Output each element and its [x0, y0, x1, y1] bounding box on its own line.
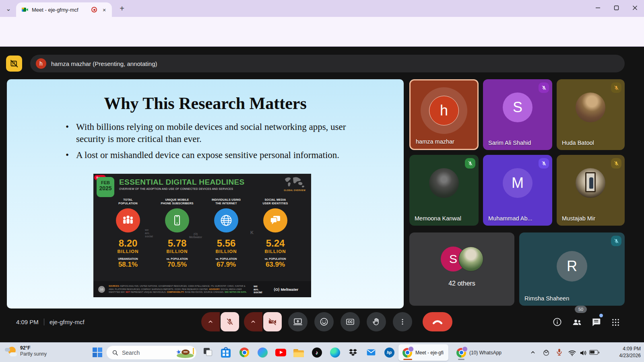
youtube-icon[interactable] [274, 346, 287, 359]
stat-label: INDIVIDUALS USING [202, 198, 250, 202]
captions-button[interactable] [341, 312, 360, 331]
participant-count-badge: 50 [575, 306, 587, 313]
tile-sarim-ali-shahid[interactable]: S Sarim Ali Shahid [483, 79, 552, 150]
microsoft-store-icon[interactable] [219, 346, 232, 359]
tray-chevron-icon[interactable] [530, 349, 536, 356]
present-icon [293, 317, 303, 327]
avatar: R [557, 251, 587, 282]
watermark-wearesocial: we are. social [145, 228, 153, 238]
presenter-avatar: h [36, 58, 46, 69]
stat-label: UNIQUE MOBILE [153, 198, 201, 202]
chat-icon [591, 317, 601, 327]
avatar: h [429, 96, 459, 125]
tray-time: 4:09 PM [602, 346, 641, 352]
mic-off-icon [539, 158, 549, 169]
tile-42-others[interactable]: S 42 others [409, 232, 514, 306]
camera-options-chevron[interactable] [244, 312, 262, 331]
stat-unit: BILLION [202, 249, 250, 254]
participants-button[interactable] [572, 317, 582, 328]
browser-tab[interactable]: Meet - eje-gfmy-mcf [16, 2, 112, 17]
mic-off-icon [465, 158, 475, 169]
bookmarks-bar: All Bookmarks [0, 35, 644, 47]
mic-off-icon [539, 82, 549, 93]
wifi-icon[interactable] [568, 348, 577, 358]
raise-hand-button[interactable] [367, 312, 386, 331]
stat-value: 5.24 [251, 238, 299, 249]
edge-icon[interactable] [328, 346, 341, 359]
infographic-month: FEB [97, 180, 114, 185]
present-screen-button[interactable] [288, 312, 308, 331]
mic-toggle-button[interactable] [221, 312, 239, 331]
stat-metric: vs. POPULATION [202, 257, 250, 261]
dropbox-icon[interactable] [347, 346, 359, 359]
page-number: 10 [98, 286, 105, 293]
tile-muhammad-ab[interactable]: M Muhammad Ab... [483, 155, 552, 226]
taskbar-search[interactable]: Search ★ [106, 346, 196, 360]
avatar-photo [429, 168, 459, 198]
stat-metric: vs. POPULATION [251, 257, 299, 261]
infographic-footnote: SOURCES: KEPIOS ANALYSIS; UNITED NATIONS… [109, 285, 249, 294]
mic-options-chevron[interactable] [201, 312, 220, 331]
hp-icon[interactable]: hp [383, 346, 396, 359]
window-label: Meet - eje-gfi [415, 350, 444, 356]
window-maximize-button[interactable] [607, 0, 625, 15]
tile-memoona-kanwal[interactable]: Memoona Kanwal [409, 155, 479, 226]
apps-grid-icon [611, 318, 620, 327]
more-options-button[interactable] [393, 312, 412, 331]
start-button[interactable] [93, 348, 102, 357]
tab-close-icon[interactable] [101, 6, 108, 13]
tiktok-icon[interactable]: ♪ [310, 346, 323, 359]
infographic: Save FEB 2025 ESSENTIAL DIGITAL HEADLINE… [93, 174, 311, 297]
mirror-frame [585, 172, 596, 192]
volume-icon[interactable] [579, 348, 588, 358]
tile-rimsha-shaheen[interactable]: R Rimsha Shaheen [519, 232, 625, 306]
tile-huda-batool[interactable]: Huda Batool [557, 79, 625, 150]
tray-ring-icon[interactable] [542, 348, 551, 357]
battery-icon[interactable] [589, 350, 598, 355]
captions-icon [345, 317, 355, 327]
reactions-button[interactable] [314, 312, 334, 331]
chrome-icon[interactable] [238, 346, 251, 359]
participant-name: Memoona Kanwal [415, 215, 461, 222]
infographic-date-badge: FEB 2025 [97, 177, 114, 197]
stat-internet-users: INDIVIDUALS USING THE INTERNET 5.56 BILL… [202, 198, 250, 269]
window-close-button[interactable] [625, 0, 644, 15]
mail-icon[interactable] [365, 346, 378, 359]
mic-off-icon [611, 158, 621, 169]
weather-condition[interactable]: Partly sunny [20, 351, 47, 357]
taskbar-window-whatsapp[interactable]: (10) WhatsApp [452, 344, 507, 361]
tray-mic-in-use-icon[interactable] [555, 348, 564, 357]
mobile-circle [165, 208, 189, 232]
tab-search-chevron-icon[interactable] [4, 4, 13, 13]
slide-bullet-list: With billions relying on mobile devices … [76, 121, 347, 165]
participant-name: Muhammad Ab... [488, 215, 533, 222]
mic-off-icon [611, 236, 621, 246]
chat-button[interactable] [591, 317, 601, 327]
taskbar-window-meet[interactable]: Meet - eje-gfi [398, 344, 448, 361]
weather-icon[interactable] [5, 346, 19, 359]
end-call-button[interactable] [423, 312, 452, 331]
social-circle [263, 208, 287, 232]
tile-mustajab-mir[interactable]: Mustajab Mir [557, 155, 625, 226]
tray-clock[interactable]: 4:09 PM 4/23/2026 [602, 346, 641, 359]
population-circle [116, 208, 140, 232]
annotation-unavailable-badge[interactable] [6, 56, 22, 72]
meeting-details-button[interactable] [552, 317, 562, 327]
file-explorer-icon[interactable] [292, 346, 305, 359]
infographic-footer: 10 SOURCES: KEPIOS ANALYSIS; UNITED NATI… [93, 281, 311, 297]
camera-toggle-button[interactable] [263, 312, 282, 331]
weather-temp[interactable]: 92°F [20, 345, 30, 351]
tab-title: Meet - eje-gfmy-mcf [32, 7, 88, 13]
stat-unit: BILLION [153, 249, 201, 254]
activities-button[interactable] [611, 318, 620, 327]
chrome-window-icon [402, 348, 412, 358]
meeting-clock: 4:09 PM [16, 319, 39, 325]
task-view-button[interactable] [201, 346, 214, 359]
window-minimize-button[interactable] [588, 0, 607, 15]
copilot-icon[interactable] [256, 346, 269, 359]
stat-label: SOCIAL MEDIA [251, 198, 299, 202]
new-tab-button[interactable] [117, 3, 127, 14]
meltwater-logo: ⟨O⟩ Meltwater [274, 287, 298, 292]
tile-hamza-mazhar[interactable]: h hamza mazhar [409, 79, 479, 150]
stat-percent: 63.9% [251, 261, 299, 269]
